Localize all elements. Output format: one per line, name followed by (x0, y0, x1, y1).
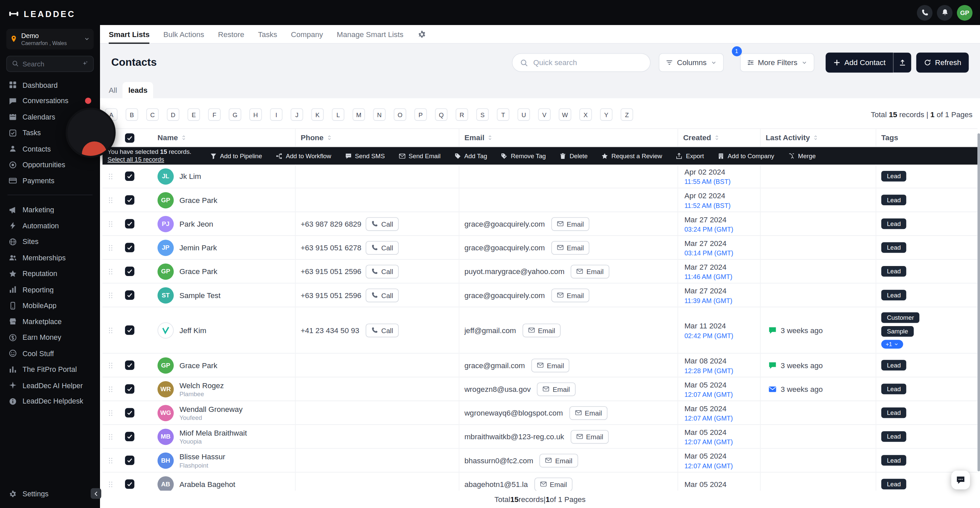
column-header-tags[interactable]: Tags (877, 129, 978, 147)
row-checkbox[interactable] (125, 172, 134, 181)
letter-filter-w[interactable]: W (558, 108, 571, 121)
row-checkbox[interactable] (125, 291, 134, 300)
sidebar-item-memberships[interactable]: Memberships (0, 250, 100, 266)
sidebar-item-reputation[interactable]: Reputation (0, 266, 100, 282)
nav-company[interactable]: Company (291, 25, 323, 43)
call-button[interactable]: Call (366, 288, 399, 302)
letter-filter-q[interactable]: Q (435, 108, 448, 121)
bulk-action-request-a-review[interactable]: Request a Review (601, 153, 662, 160)
drag-handle-icon[interactable] (107, 385, 115, 393)
tag-pill-lead[interactable]: Lead (881, 266, 906, 277)
letter-filter-k[interactable]: K (311, 108, 324, 121)
sidebar-item-leaddec-ai-helper[interactable]: LeadDec AI Helper (0, 377, 100, 393)
letter-filter-s[interactable]: S (476, 108, 489, 121)
bulk-action-add-to-workflow[interactable]: Add to Workflow (276, 153, 331, 160)
letter-filter-v[interactable]: V (538, 108, 550, 121)
contact-name[interactable]: Arabela Bagehot (179, 479, 235, 488)
sidebar-item-sites[interactable]: Sites (0, 234, 100, 250)
email-button[interactable]: Email (570, 430, 609, 443)
row-checkbox[interactable] (125, 326, 134, 335)
call-button[interactable]: Call (366, 217, 399, 231)
drag-handle-icon[interactable] (107, 196, 115, 204)
contact-name[interactable]: Welch Rogez (179, 381, 224, 390)
nav-manage-smart-lists[interactable]: Manage Smart Lists (337, 25, 403, 43)
row-checkbox[interactable] (125, 479, 134, 489)
sidebar-item-opportunities[interactable]: Opportunities (0, 157, 100, 173)
vertical-scrollbar[interactable] (978, 133, 980, 471)
tag-pill-lead[interactable]: Lead (881, 383, 906, 394)
letter-filter-n[interactable]: N (373, 108, 386, 121)
sidebar-item-marketplace[interactable]: Marketplace (0, 313, 100, 329)
smart-list-gear-icon[interactable] (417, 30, 426, 38)
contact-name[interactable]: Jemin Park (179, 243, 217, 252)
tag-pill-lead[interactable]: Lead (881, 242, 906, 253)
tab-leads[interactable]: leads (123, 82, 153, 99)
nav-restore[interactable]: Restore (218, 25, 244, 43)
more-filters-button[interactable]: More Filters (740, 53, 815, 72)
letter-filter-t[interactable]: T (497, 108, 510, 121)
letter-filter-h[interactable]: H (249, 108, 262, 121)
column-header-email[interactable]: Email (459, 129, 678, 147)
nav-smart-lists[interactable]: Smart Lists (109, 25, 150, 43)
sidebar-collapse-button[interactable] (91, 488, 101, 499)
phone-button[interactable] (917, 5, 933, 20)
letter-filter-x[interactable]: X (579, 108, 592, 121)
bulk-action-send-email[interactable]: Send Email (399, 153, 441, 160)
call-button[interactable]: Call (366, 264, 399, 278)
contact-name[interactable]: Grace Park (179, 361, 217, 369)
tag-pill-lead[interactable]: Lead (881, 407, 906, 418)
sidebar-search-input[interactable] (23, 60, 78, 68)
sidebar-item-earn-money[interactable]: Earn Money (0, 329, 100, 345)
email-button[interactable]: Email (540, 453, 578, 467)
tag-pill-lead[interactable]: Lead (881, 195, 906, 205)
contact-name[interactable]: Grace Park (179, 196, 217, 204)
letter-filter-u[interactable]: U (518, 108, 530, 121)
letter-filter-m[interactable]: M (353, 108, 365, 121)
notifications-button[interactable] (937, 5, 953, 20)
chat-widget-button[interactable] (951, 471, 970, 489)
bulk-action-remove-tag[interactable]: Remove Tag (501, 153, 546, 160)
column-header-created[interactable]: Created (678, 129, 760, 147)
drag-handle-icon[interactable] (107, 291, 115, 299)
row-checkbox[interactable] (125, 243, 134, 252)
drag-handle-icon[interactable] (107, 457, 115, 464)
column-header-name[interactable]: Name (140, 129, 296, 147)
bulk-action-add-to-company[interactable]: Add to Company (718, 153, 774, 160)
email-button[interactable]: Email (522, 323, 561, 337)
drag-handle-icon[interactable] (107, 433, 115, 441)
drag-handle-icon[interactable] (107, 268, 115, 275)
row-checkbox[interactable] (125, 455, 134, 465)
tag-pill-customer[interactable]: Customer (881, 312, 920, 323)
letter-filter-i[interactable]: I (270, 108, 283, 121)
letter-filter-y[interactable]: Y (600, 108, 612, 121)
sparkle-icon[interactable] (81, 61, 88, 67)
sidebar-item-reporting[interactable]: Reporting (0, 281, 100, 297)
sidebar-item-conversations[interactable]: Conversations (0, 93, 100, 109)
contact-name[interactable]: Sample Test (179, 291, 220, 299)
column-header-last-activity[interactable]: Last Activity (760, 129, 877, 147)
sidebar-item-automation[interactable]: Automation (0, 217, 100, 234)
sidebar-item-dashboard[interactable]: Dashboard (0, 77, 100, 93)
letter-filter-f[interactable]: F (208, 108, 221, 121)
tag-pill-lead[interactable]: Lead (881, 360, 906, 371)
contact-name[interactable]: Blisse Hassur (179, 452, 225, 461)
nav-tasks[interactable]: Tasks (258, 25, 277, 43)
column-header-phone[interactable]: Phone (296, 129, 459, 147)
row-checkbox[interactable] (125, 195, 134, 204)
contact-name[interactable]: Grace Park (179, 267, 217, 276)
letter-filter-b[interactable]: B (126, 108, 138, 121)
columns-button[interactable]: Columns (659, 53, 724, 72)
bulk-action-add-tag[interactable]: Add Tag (454, 153, 487, 160)
tag-pill-lead[interactable]: Lead (881, 218, 906, 229)
tag-pill-lead[interactable]: Lead (881, 431, 906, 442)
contact-name[interactable]: Park Jeon (179, 219, 213, 228)
contact-name[interactable]: Jeff Kim (179, 326, 206, 334)
add-contact-button[interactable]: Add Contact (826, 53, 893, 73)
sidebar-item-cool-stuff[interactable]: Cool Stuff (0, 345, 100, 361)
letter-filter-g[interactable]: G (229, 108, 241, 121)
tag-pill-lead[interactable]: Lead (881, 455, 906, 466)
sidebar-item-mobileapp[interactable]: MobileApp (0, 297, 100, 313)
email-button[interactable]: Email (537, 382, 575, 396)
letter-filter-o[interactable]: O (394, 108, 406, 121)
email-button[interactable]: Email (531, 358, 570, 372)
